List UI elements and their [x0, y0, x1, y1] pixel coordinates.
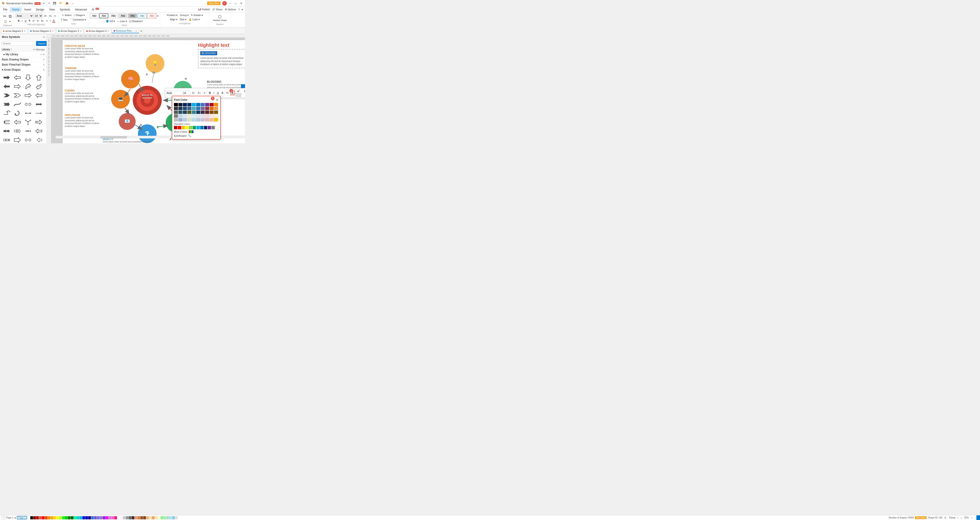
color-lightcyan[interactable] — [192, 114, 196, 118]
paste-button[interactable]: 📋 — [3, 20, 8, 23]
superscript-button[interactable]: x² — [32, 19, 35, 22]
shape-left-right-outline[interactable] — [34, 136, 44, 143]
shape-right-arrow-outline[interactable] — [13, 83, 22, 91]
shape-left-right-arrow[interactable] — [23, 109, 33, 117]
menu-file[interactable]: File — [1, 7, 10, 12]
shape-curved-up-arrow[interactable] — [23, 83, 33, 91]
share-button[interactable]: 📤 — [65, 2, 70, 5]
redo-button[interactable]: ↪ — [47, 2, 51, 5]
shape-button[interactable]: □ Shape ▾ — [73, 13, 86, 17]
my-library-header[interactable]: ▸ My Library + ✕ — [0, 52, 46, 57]
float-font-input[interactable] — [167, 91, 182, 95]
fill-button[interactable]: 🪣 Fill ▾ — [105, 19, 116, 23]
color-olive2[interactable] — [214, 110, 218, 114]
add-tab-button[interactable]: + — [139, 29, 143, 33]
shape-double-right-arrows[interactable] — [23, 127, 33, 135]
color-lightgray[interactable] — [174, 118, 178, 121]
std-color-green[interactable] — [192, 126, 196, 129]
select-button[interactable]: ↖ Select — [61, 13, 72, 17]
color-darkgray[interactable] — [174, 107, 178, 110]
shape-left-arrow[interactable] — [13, 73, 22, 81]
replace-shape-button[interactable]: ⬡ Replace Shape — [212, 14, 228, 22]
shape-arrows-2[interactable] — [13, 127, 22, 135]
style-swatch-2[interactable]: Abc — [99, 13, 108, 18]
color-gray4[interactable] — [174, 114, 178, 118]
user-avatar[interactable]: C — [222, 1, 227, 6]
shape-back-arrow[interactable] — [2, 118, 11, 126]
tab-close-4[interactable]: ✕ — [107, 30, 109, 32]
shape-right-arrow-3[interactable] — [23, 91, 33, 99]
color-black[interactable] — [174, 103, 178, 106]
save-button[interactable]: 💾 — [52, 2, 57, 5]
shape-left-arrow-5[interactable] — [13, 118, 22, 126]
color-purple3[interactable] — [200, 110, 205, 114]
color-pink[interactable] — [205, 118, 209, 121]
shape-chevron-right[interactable] — [2, 91, 11, 99]
arrow-shapes-close-button[interactable]: ✕ — [43, 69, 45, 71]
menu-home[interactable]: Home — [10, 7, 22, 12]
tab-close-2[interactable]: ✕ — [52, 30, 54, 32]
float-decrease-font[interactable]: A↓ — [197, 91, 202, 95]
color-blue7[interactable] — [196, 118, 200, 121]
color-lightorange2[interactable] — [210, 114, 213, 118]
bullet-button[interactable]: • — [49, 19, 52, 22]
std-color-white[interactable] — [215, 126, 218, 129]
color-darkred2[interactable] — [205, 110, 209, 114]
share-toolbar-button[interactable]: 🔗 Share — [211, 8, 223, 11]
undo-button[interactable]: ↩ — [42, 2, 46, 5]
publish-button[interactable]: 📢 Publish — [197, 8, 211, 11]
strikethrough-button[interactable]: S̶ — [28, 19, 31, 22]
color-lightgreen[interactable] — [187, 114, 191, 118]
color-blue3[interactable] — [196, 107, 200, 110]
style-swatch-3[interactable]: Abc — [109, 13, 118, 18]
float-size-input[interactable] — [183, 91, 190, 95]
maximize-button[interactable]: □ — [234, 2, 237, 5]
menu-design[interactable]: Design — [33, 7, 46, 12]
more-colors-row[interactable]: More Colors — [174, 130, 218, 133]
close-button[interactable]: ✕ — [239, 2, 243, 5]
styles-more-button[interactable]: ▾ — [157, 15, 159, 17]
color-blue[interactable] — [196, 103, 200, 106]
float-italic[interactable]: I — [213, 91, 215, 95]
bold-button[interactable]: B — [17, 19, 21, 22]
menu-symbols[interactable]: Symbols — [58, 7, 72, 12]
color-lightpink[interactable] — [205, 114, 209, 118]
shape-right-arrow-4[interactable] — [34, 109, 44, 117]
search-input[interactable] — [2, 41, 35, 46]
minimize-button[interactable]: ─ — [229, 2, 232, 5]
color-navy[interactable] — [183, 103, 187, 106]
italic-button[interactable]: I — [21, 19, 23, 22]
tab-arrow-diagram-3[interactable]: Arrow Diagram 3 ✕ — [56, 29, 84, 33]
std-color-gray[interactable] — [212, 126, 215, 129]
shadow-button[interactable]: ◫ Shadow ▾ — [128, 19, 144, 23]
color-teal[interactable] — [192, 107, 196, 110]
group-button[interactable]: Group ▾ — [179, 13, 189, 17]
search-button[interactable]: Search — [36, 41, 47, 46]
text-button[interactable]: T Text — [60, 18, 68, 22]
color-darkblue[interactable] — [178, 103, 182, 106]
color-blue2[interactable] — [187, 107, 191, 110]
canvas-content[interactable]: CREATIVE IDEAS Lorem ipsum dolor sit ame… — [51, 38, 245, 143]
basic-drawing-close-button[interactable]: ✕ — [43, 58, 45, 61]
color-peach[interactable] — [210, 118, 213, 121]
color-olive[interactable] — [187, 110, 191, 114]
color-cornflowerblue[interactable] — [200, 103, 205, 106]
color-lightorange[interactable] — [214, 107, 218, 110]
eyedropper-row[interactable]: Eyedropper 🔍 — [174, 134, 218, 137]
shape-s-curve[interactable] — [13, 100, 22, 108]
shape-small-arrows[interactable] — [2, 127, 11, 135]
font-size-select[interactable]: 14 — [34, 13, 43, 18]
font-color-button[interactable]: A — [52, 19, 56, 22]
std-color-lime[interactable] — [189, 126, 192, 129]
position-button[interactable]: Position ▾ — [166, 13, 178, 17]
color-darknavy[interactable] — [187, 103, 191, 106]
rotate-button[interactable]: ↻ Rotate ▾ — [190, 13, 204, 17]
tab-arrow-diagram-1[interactable]: arrow diagram 1 ✕ — [1, 29, 28, 33]
cut-button[interactable]: ✂ — [2, 13, 7, 19]
options-button[interactable]: ⚙ Options — [224, 8, 237, 11]
color-verylightblue[interactable] — [183, 114, 187, 118]
menu-ai[interactable]: AI hot — [89, 7, 101, 12]
color-purple[interactable] — [205, 103, 209, 106]
sidebar-collapse-button[interactable]: « — [43, 35, 45, 38]
align-button[interactable]: ≡ — [54, 13, 57, 18]
